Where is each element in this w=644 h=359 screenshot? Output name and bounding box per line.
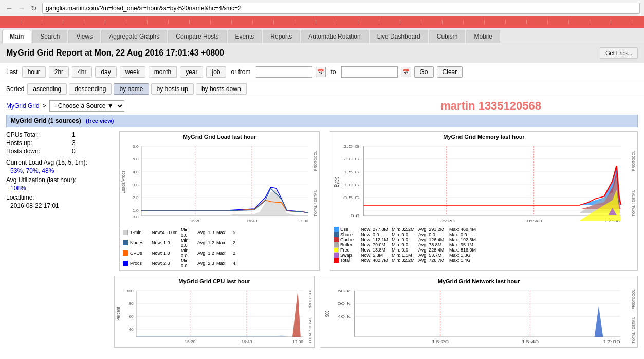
tab-livedash[interactable]: Live Dashboard bbox=[370, 30, 428, 43]
tab-mobile[interactable]: Mobile bbox=[466, 30, 500, 43]
tab-compare[interactable]: Compare Hosts bbox=[168, 30, 226, 43]
mem-buffer-color bbox=[334, 242, 339, 247]
load-avg-group: Current Load Avg (15, 5, 1m): 53%, 70%, … bbox=[6, 159, 109, 209]
svg-text:16:20: 16:20 bbox=[190, 219, 200, 223]
mem-total-now: Now: 482.7M bbox=[361, 258, 391, 263]
legend-cpus-now: Now: 1.0 bbox=[152, 250, 180, 256]
go-button[interactable]: Go bbox=[414, 66, 434, 78]
svg-text:0.5 G: 0.5 G bbox=[343, 195, 360, 200]
legend-nodes-label: Nodes bbox=[130, 240, 151, 245]
legend-1min-label: 1-min bbox=[130, 230, 151, 235]
svg-marker-43 bbox=[364, 172, 621, 209]
mygrid-link[interactable]: MyGrid Grid bbox=[6, 102, 40, 110]
mem-free-color bbox=[334, 247, 339, 253]
network-chart-area: 60 k 50 k 40 k 16:20 16:40 17:00 sec PRO… bbox=[320, 285, 637, 347]
mem-buffer-avg: Avg: 78.8M bbox=[418, 242, 448, 247]
mem-buffer-label: Buffer bbox=[340, 242, 360, 247]
time-4hr-button[interactable]: 4hr bbox=[72, 66, 92, 78]
cpu-chart: MyGrid Grid CPU last hour 100 80 60 40 1… bbox=[114, 276, 315, 348]
time-month-button[interactable]: month bbox=[149, 66, 177, 78]
mem-total-avg: Avg: 726.7M bbox=[418, 258, 448, 263]
tab-views[interactable]: Views bbox=[68, 30, 100, 43]
load-avg-label: Current Load Avg (15, 5, 1m): bbox=[6, 159, 87, 166]
forward-button[interactable]: → bbox=[16, 3, 27, 13]
tab-main[interactable]: Main bbox=[2, 30, 31, 43]
svg-text:6.0: 6.0 bbox=[133, 144, 139, 149]
sorted-label: Sorted bbox=[6, 85, 24, 93]
legend-cpus-max: Max: bbox=[216, 250, 232, 256]
memory-chart-side-labels: PROTOCOL TOTAL / DETAIL bbox=[629, 141, 637, 226]
legend-procs-color bbox=[123, 261, 128, 266]
svg-text:Percent: Percent bbox=[116, 307, 121, 321]
svg-text:2.5 G: 2.5 G bbox=[343, 144, 360, 149]
time-year-button[interactable]: year bbox=[180, 66, 203, 78]
mem-swap-max: Max: 1.8G bbox=[449, 253, 483, 258]
sort-byhostsdown-button[interactable]: by hosts down bbox=[196, 83, 247, 95]
mem-use-color bbox=[334, 227, 339, 232]
mem-total-detail-label: TOTAL / DETAIL bbox=[632, 190, 635, 216]
clear-button[interactable]: Clear bbox=[437, 66, 463, 78]
tab-search[interactable]: Search bbox=[32, 30, 67, 43]
to-calendar-icon[interactable]: 📅 bbox=[401, 67, 411, 77]
time-job-button[interactable]: job bbox=[206, 66, 226, 78]
sort-descending-button[interactable]: descending bbox=[69, 83, 112, 95]
network-chart: MyGrid Grid Network last hour 60 k 50 k … bbox=[320, 276, 638, 348]
hosts-up-value: 3 bbox=[72, 139, 76, 147]
tab-events[interactable]: Events bbox=[228, 30, 262, 43]
get-fresh-button[interactable]: Get Fres... bbox=[600, 47, 638, 59]
legend-1min-min: Min: 0.0 bbox=[181, 227, 196, 238]
network-chart-title: MyGrid Grid Network last hour bbox=[320, 276, 637, 285]
tree-view-link[interactable]: (tree view) bbox=[86, 118, 114, 124]
mem-share-min: Min: 0.0 bbox=[392, 232, 417, 237]
tab-cubism[interactable]: Cubism bbox=[429, 30, 466, 43]
localtime-label: Localtime: bbox=[6, 194, 34, 201]
svg-text:1.5 G: 1.5 G bbox=[343, 170, 360, 174]
svg-text:4.0: 4.0 bbox=[133, 170, 139, 174]
stats-column: CPUs Total: 1 Hosts up: 3 Hosts down: 0 … bbox=[6, 131, 109, 271]
load-avg-value: 53%, 70%, 48% bbox=[10, 167, 54, 174]
tab-autorotation[interactable]: Automatic Rotation bbox=[301, 30, 368, 43]
hosts-up-stat: Hosts up: 3 bbox=[6, 139, 109, 147]
grid-section-title: MyGrid Grid (1 sources) bbox=[11, 117, 81, 124]
mem-use-avg: Avg: 293.2M bbox=[418, 227, 448, 232]
browser-navigation: ← → ↻ bbox=[4, 3, 39, 13]
svg-text:16:40: 16:40 bbox=[246, 219, 257, 223]
controls-bar: Last hour 2hr 4hr day week month year jo… bbox=[0, 63, 644, 81]
address-bar[interactable] bbox=[42, 3, 640, 14]
sort-ascending-button[interactable]: ascending bbox=[27, 83, 67, 95]
to-date-input[interactable] bbox=[341, 66, 398, 78]
svg-marker-42 bbox=[364, 167, 621, 205]
cpu-total-detail-label: TOTAL / DETAIL bbox=[308, 317, 312, 343]
mem-free-label: Free bbox=[340, 247, 360, 253]
mem-free-min: Min: 0.0 bbox=[392, 247, 417, 253]
time-2hr-button[interactable]: 2hr bbox=[49, 66, 69, 78]
sort-byname-button[interactable]: by name bbox=[114, 83, 149, 95]
source-select[interactable]: --Choose a Source ▼ bbox=[49, 100, 124, 112]
legend-nodes-color bbox=[123, 240, 128, 245]
time-day-button[interactable]: day bbox=[95, 66, 116, 78]
svg-text:16:40: 16:40 bbox=[522, 339, 539, 344]
browser-bar: ← → ↻ bbox=[0, 0, 644, 16]
tab-aggregate[interactable]: Aggregate Graphs bbox=[101, 30, 167, 43]
memory-chart-title: MyGrid Grid Memory last hour bbox=[330, 132, 637, 141]
cpus-total-stat: CPUs Total: 1 bbox=[6, 131, 109, 138]
time-hour-button[interactable]: hour bbox=[22, 66, 46, 78]
legend-cpus-min: Min: 0.0 bbox=[181, 248, 196, 258]
svg-text:17:00: 17:00 bbox=[603, 339, 620, 344]
sort-byhostsup-button[interactable]: by hosts up bbox=[151, 83, 194, 95]
refresh-button[interactable]: ↻ bbox=[29, 3, 39, 13]
mem-buffer-now: Now: 79.0M bbox=[361, 242, 391, 247]
hosts-down-stat: Hosts down: 0 bbox=[6, 148, 109, 155]
mem-share-max: Max: 0.0 bbox=[449, 232, 483, 237]
svg-text:1.0: 1.0 bbox=[133, 208, 139, 213]
svg-marker-64 bbox=[136, 291, 303, 337]
mem-swap-color bbox=[334, 253, 339, 258]
tab-reports[interactable]: Reports bbox=[263, 30, 300, 43]
from-calendar-icon[interactable]: 📅 bbox=[316, 67, 326, 77]
mem-cache-max: Max: 192.3M bbox=[449, 237, 483, 242]
mem-free-now: Now: 13.8M bbox=[361, 247, 391, 253]
time-week-button[interactable]: week bbox=[120, 66, 145, 78]
back-button[interactable]: ← bbox=[4, 3, 14, 13]
mem-use-label: Use bbox=[340, 227, 360, 232]
from-date-input[interactable] bbox=[256, 66, 312, 78]
